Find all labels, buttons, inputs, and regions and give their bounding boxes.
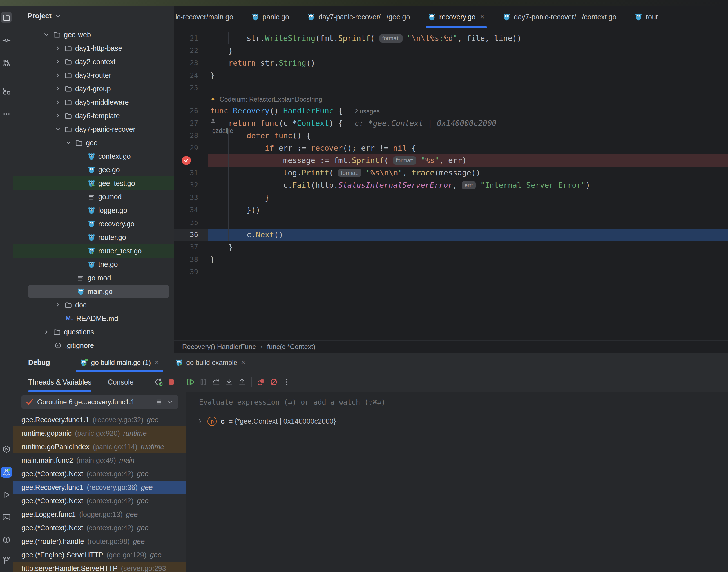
gutter-line-28[interactable]: 28 (174, 130, 208, 142)
goroutine-selector[interactable]: Goroutine 6 ge...ecovery.func1.1 (21, 395, 178, 409)
gutter-line-25[interactable]: 25 (174, 82, 208, 94)
stack-frame[interactable]: http.serverHandler.ServeHTTP(server.go:2… (13, 562, 186, 572)
rerun-button[interactable] (152, 375, 165, 388)
stack-frame[interactable]: gee.Recovery.func1.1(recovery.go:32)gee (13, 413, 186, 426)
tree-item-router-go[interactable]: router.go (13, 230, 174, 244)
code-text-36[interactable]: c.Next() (208, 229, 728, 241)
codeium-action-refactor[interactable]: Refactor (249, 96, 274, 103)
tree-item-gee-test-go[interactable]: gee_test.go (13, 176, 174, 190)
close-icon[interactable]: ✕ (241, 359, 246, 366)
frames-view-icon[interactable] (155, 398, 163, 406)
stack-frame[interactable]: gee.Recovery.func1(recovery.go:36)gee (13, 481, 186, 494)
git-branch-icon[interactable] (1, 555, 12, 566)
tree-item-router-test-go[interactable]: router_test.go (13, 244, 174, 258)
breakpoint-icon[interactable] (182, 156, 191, 165)
gutter-line-27[interactable]: 27 (174, 117, 208, 130)
code-text-27[interactable]: return func(c *Context) {c: *gee.Context… (208, 117, 728, 130)
code-text-24[interactable]: } (208, 69, 728, 82)
tree-item-day1-http-base[interactable]: day1-http-base (13, 42, 174, 55)
chevron-down-icon[interactable] (54, 126, 65, 133)
tree-item-logger-go[interactable]: logger.go (13, 204, 174, 217)
step-out-button[interactable] (236, 375, 248, 388)
code-text-28[interactable]: defer func() { (208, 130, 728, 142)
code-text-34[interactable]: }() (208, 204, 728, 216)
chevron-down-icon[interactable] (43, 31, 53, 38)
stop-button[interactable] (165, 375, 178, 388)
codeium-action-explain[interactable]: Explain (274, 96, 295, 103)
debug-session-tab-go-build-main-go-1-[interactable]: go build main.go (1)✕ (72, 353, 167, 372)
tree-item-context-go[interactable]: context.go (13, 149, 174, 163)
debug-session-tab-go-build-example[interactable]: go build example✕ (167, 353, 253, 372)
stack-frame[interactable]: gee.(*router).handle(router.go:98)gee (13, 534, 186, 548)
chevron-right-icon[interactable] (54, 58, 65, 65)
gutter-line-24[interactable]: 24 (174, 69, 208, 82)
gutter-line-34[interactable]: 34 (174, 204, 208, 216)
gutter-line-21[interactable]: 21 (174, 32, 208, 45)
gutter-line-30[interactable] (174, 154, 208, 167)
gutter-line-29[interactable]: 29 (174, 142, 208, 154)
code-text-31[interactable]: log.Printf( format: "%s\n\n", trace(mess… (208, 167, 728, 179)
editor-tab-recovery-go[interactable]: recovery.go✕ (419, 6, 494, 28)
codeium-action-docstring[interactable]: Docstring (295, 96, 322, 103)
stack-frame[interactable]: runtime.goPanicIndex(panic.go:114)runtim… (13, 440, 186, 453)
project-panel-header[interactable]: Project (13, 6, 174, 20)
tree-item-day3-router[interactable]: day3-router (13, 68, 174, 82)
gutter-line-22[interactable]: 22 (174, 45, 208, 57)
chevron-right-icon[interactable] (54, 301, 65, 308)
chevron-down-icon[interactable] (65, 139, 75, 146)
resume-button[interactable] (184, 375, 197, 388)
gutter-line-26[interactable]: 26 (174, 105, 208, 117)
code-text-21[interactable]: str.WriteString(fmt.Sprintf( format: "\n… (208, 32, 728, 45)
stack-frame[interactable]: runtime.gopanic(panic.go:920)runtime (13, 426, 186, 440)
chevron-right-icon[interactable] (54, 72, 65, 79)
code-text-30[interactable]: message := fmt.Sprintf( format: "%s", er… (208, 154, 728, 167)
chevron-right-icon[interactable] (54, 99, 65, 105)
gutter-line-38[interactable]: 38 (174, 253, 208, 266)
structure-icon[interactable] (1, 85, 12, 96)
tree-item-questions[interactable]: questions (13, 325, 174, 339)
breadcrumb-item[interactable]: func(c *Context) (267, 343, 315, 351)
commit-icon[interactable] (1, 34, 12, 46)
editor-tab-panic-go[interactable]: panic.go (242, 6, 298, 28)
code-text-22[interactable]: } (208, 45, 728, 57)
tree-item-gee[interactable]: gee (13, 136, 174, 149)
problems-icon[interactable] (1, 534, 12, 545)
stack-frame[interactable]: gee.(*Engine).ServeHTTP(gee.go:129)gee (13, 548, 186, 562)
code-text-33[interactable]: } (208, 192, 728, 204)
close-icon[interactable]: ✕ (154, 359, 159, 366)
tree-item-day4-group[interactable]: day4-group (13, 82, 174, 95)
tree-item-day7-panic-recover[interactable]: day7-panic-recover (13, 123, 174, 136)
variable-row[interactable]: pc= {*gee.Context | 0x140000c2000} (197, 417, 728, 426)
editor-tab-ic-recover-main-go[interactable]: ic-recover/main.go (174, 6, 242, 28)
code-text-25[interactable] (208, 82, 728, 94)
code-text-29[interactable]: if err := recover(); err != nil { (208, 142, 728, 154)
chevron-right-icon[interactable] (43, 329, 53, 335)
step-over-button[interactable] (210, 375, 223, 388)
more-horizontal-icon[interactable] (1, 109, 12, 119)
gutter-line-32[interactable]: 32 (174, 179, 208, 192)
code-text-32[interactable]: c.Fail(http.StatusInternalServerError, e… (208, 179, 728, 192)
tree-item-trie-go[interactable]: trie.go (13, 258, 174, 271)
gutter-line-33[interactable]: 33 (174, 192, 208, 204)
tree-item--gitignore[interactable]: .gitignore (13, 339, 174, 352)
tree-item-go-mod[interactable]: go.mod (13, 271, 174, 285)
chevron-right-icon[interactable] (54, 85, 65, 92)
stack-frame[interactable]: gee.(*Context).Next(context.go:42)gee (13, 467, 186, 481)
gutter-line-36[interactable]: 36 (174, 229, 208, 241)
chevron-right-icon[interactable] (197, 418, 204, 425)
tree-item-day5-middleware[interactable]: day5-middleware (13, 95, 174, 109)
mute-breakpoints-button[interactable] (268, 375, 280, 388)
tree-item-doc[interactable]: doc (13, 298, 174, 311)
run-icon[interactable] (1, 489, 12, 500)
stack-frame[interactable]: main.main.func2(main.go:49)main (13, 453, 186, 467)
tree-item-day6-template[interactable]: day6-template (13, 109, 174, 123)
pause-button[interactable] (197, 375, 210, 388)
terminal-icon[interactable] (1, 511, 12, 522)
stack-frame[interactable]: gee.Logger.func1(logger.go:13)gee (13, 508, 186, 521)
close-icon[interactable]: ✕ (480, 13, 485, 20)
code-editor[interactable]: 21 str.WriteString(fmt.Sprintf( format: … (174, 28, 728, 335)
code-text-26[interactable]: func Recovery() HandlerFunc {2 usagesgzd… (208, 105, 728, 117)
tree-item-readme-md[interactable]: M↓README.md (13, 311, 174, 325)
tree-item-day2-context[interactable]: day2-context (13, 55, 174, 68)
debug-view-tab-console[interactable]: Console (108, 372, 134, 392)
